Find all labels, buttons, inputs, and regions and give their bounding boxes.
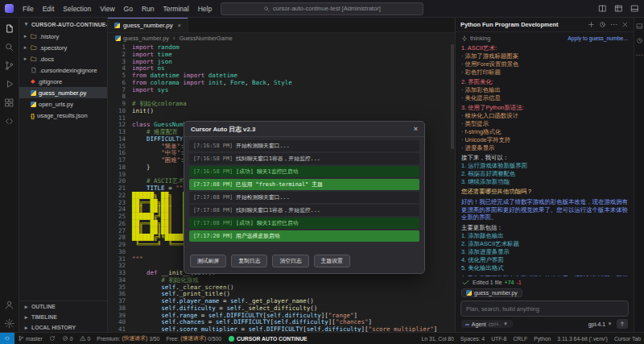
layout-icon[interactable] <box>614 4 623 13</box>
menu-run[interactable]: Run <box>138 3 159 15</box>
status-item[interactable]: Spaces: 4 <box>457 333 488 344</box>
tree-item[interactable]: guess_number.py <box>19 87 107 98</box>
history-icon[interactable] <box>636 37 643 44</box>
account-icon[interactable] <box>4 300 14 310</box>
tree-item[interactable]: open_urls.py <box>19 98 107 110</box>
section-label: TIMELINE <box>31 314 57 320</box>
editor-scrollbar[interactable] <box>451 43 455 333</box>
auto-continue-toggle[interactable]: CURSOR AUTO CONTINUE <box>225 336 312 342</box>
panel-icon[interactable] <box>630 4 639 13</box>
editor-tab-bar: guess_number.py × <box>108 18 455 33</box>
split-editor-icon[interactable] <box>598 4 607 13</box>
file-icon <box>31 67 37 73</box>
remote-icon[interactable] <box>4 116 14 126</box>
remote-indicator[interactable] <box>0 333 14 344</box>
tree-item[interactable]: ▸.docs <box>19 53 107 64</box>
section-timeline[interactable]: ▸TIMELINE <box>19 312 107 322</box>
settings-icon[interactable] <box>4 318 14 329</box>
source-control-icon[interactable] <box>4 60 14 71</box>
thinking-row[interactable]: thinking Apply to guess_numbe... <box>461 35 628 43</box>
history-icon[interactable] <box>599 21 606 28</box>
modal-button[interactable]: 主题设置 <box>314 255 350 267</box>
file-chip[interactable]: guess_number.py <box>461 288 522 297</box>
log-entry: [7:17:20 PM]用户选择皮肤启动 <box>189 230 419 242</box>
chat-line: 1. 运行游戏体验新版界面 <box>461 162 628 170</box>
plus-icon[interactable] <box>588 21 595 28</box>
chat-line: · 模块化入口函数设计 <box>461 112 628 120</box>
menu-view[interactable]: View <box>96 3 118 15</box>
more-icon[interactable]: ··· <box>636 52 643 59</box>
agent-mode-selector[interactable]: ∞ Agent ctrl+. ▾ <box>461 320 513 328</box>
chat-input[interactable] <box>460 300 629 317</box>
chevron-right-icon: ▸ <box>23 44 28 51</box>
tab-label: guess_number.py <box>123 22 173 29</box>
apply-link[interactable]: Apply to guess_numbe... <box>568 35 628 43</box>
title-bar: FileEditSelectionViewGoRunTerminalHelp c… <box>0 0 644 18</box>
modal-button[interactable]: 测试刷屏 <box>190 255 226 267</box>
log-entry: [7:17:08 PM]开始检测聊天窗口... <box>189 192 419 203</box>
edited-label: Edited 1 file <box>473 280 502 285</box>
modal-button[interactable]: 清空日志 <box>272 255 308 267</box>
breadcrumb-separator: › <box>171 35 177 41</box>
menu-go[interactable]: Go <box>120 3 137 15</box>
status-item[interactable]: Ln 31, Col 80 <box>418 333 456 344</box>
quota-item[interactable]: Premium:(快速请求) 3/50 <box>93 333 163 344</box>
search-icon[interactable] <box>4 42 14 52</box>
send-button[interactable] <box>617 319 628 329</box>
app-logo-icon[interactable] <box>5 4 14 13</box>
tree-item[interactable]: ▸.specstory <box>19 42 107 53</box>
debug-icon[interactable] <box>4 79 14 89</box>
explorer-header[interactable]: ▾ CURSOR-AUTO-CONTINUE-TEST <box>19 18 107 31</box>
status-item[interactable]: 0 <box>59 333 76 344</box>
tree-item[interactable]: .cursorindexingignore <box>19 64 107 76</box>
close-icon[interactable] <box>621 21 629 28</box>
chat-line: 接下来，我可以： <box>461 154 628 162</box>
quota-item[interactable]: Free:(慢速请求) 0/500 <box>163 333 225 344</box>
edited-files-row[interactable]: Edited 1 file +74 -1 <box>456 276 634 288</box>
tree-item-label: usage_results.json <box>37 112 88 119</box>
menu-file[interactable]: File <box>19 3 38 15</box>
menu-help[interactable]: Help <box>194 3 216 15</box>
menu-selection[interactable]: Selection <box>59 3 95 15</box>
status-item[interactable]: master <box>14 333 46 344</box>
panel-icon[interactable] <box>636 23 643 30</box>
menu-terminal[interactable]: Terminal <box>159 3 193 15</box>
dialog-header[interactable]: Cursor Auto 日志 v2.3 × <box>184 122 424 137</box>
chat-line: 2. 添加ASCII艺术标题 <box>461 240 628 248</box>
status-item[interactable]: UTF-8 <box>488 333 510 344</box>
breadcrumb-item[interactable]: guess_number.py <box>123 35 169 42</box>
chat-line: 您还需要哪些其他功能吗？ <box>461 188 628 196</box>
model-selector[interactable]: gpt-4.1 ▾ <box>588 321 613 327</box>
tree-item[interactable]: {}usage_results.json <box>19 110 107 121</box>
status-item[interactable]: CRLF <box>510 333 530 344</box>
explorer-icon[interactable] <box>4 23 14 34</box>
tree-item-label: .specstory <box>39 44 67 52</box>
log-entry: [7:17:08 PM][成功] 聊天1监控已启动 <box>189 218 419 229</box>
tree-item[interactable]: ◆.gitignore <box>19 76 107 87</box>
close-tab-icon[interactable]: × <box>178 22 182 29</box>
status-bar: master00Premium:(快速请求) 3/50Free:(慢速请求) 0… <box>0 332 644 344</box>
chat-line: 1. ASCII艺术: <box>461 44 628 52</box>
line-number: 6 <box>108 80 132 87</box>
extensions-icon[interactable] <box>4 97 14 108</box>
chat-line: · f-string格式化 <box>461 128 628 136</box>
more-icon[interactable]: ··· <box>610 21 617 28</box>
breadcrumb-item[interactable]: GuessNumberGame <box>180 35 233 42</box>
command-center-search[interactable]: cursor-auto-continue-test [Administrator… <box>221 2 423 15</box>
section-outline[interactable]: ▸OUTLINE <box>19 301 107 312</box>
status-item[interactable] <box>46 333 59 344</box>
modal-button[interactable]: 复制日志 <box>231 255 267 267</box>
tab-guess-number[interactable]: guess_number.py × <box>108 18 188 32</box>
scrollbar-thumb[interactable] <box>451 44 454 149</box>
chat-line: 3. 继续添加新功能 <box>461 178 628 186</box>
explorer-sidebar: ▾ CURSOR-AUTO-CONTINUE-TEST ▸.history▸.s… <box>19 18 108 333</box>
tree-item[interactable]: ▸.history <box>19 31 107 42</box>
close-icon[interactable]: × <box>414 125 418 133</box>
status-item[interactable]: 0 <box>76 333 94 344</box>
status-item[interactable]: Cursor Tab <box>611 333 644 344</box>
dialog-title: Cursor Auto 日志 v2.3 <box>191 125 255 134</box>
status-item[interactable]: Python <box>530 333 554 344</box>
chevron-down-icon: ▾ <box>23 21 29 27</box>
menu-edit[interactable]: Edit <box>39 3 59 15</box>
status-item[interactable]: 3.11.3 64-bit ('.venv') <box>554 333 611 344</box>
